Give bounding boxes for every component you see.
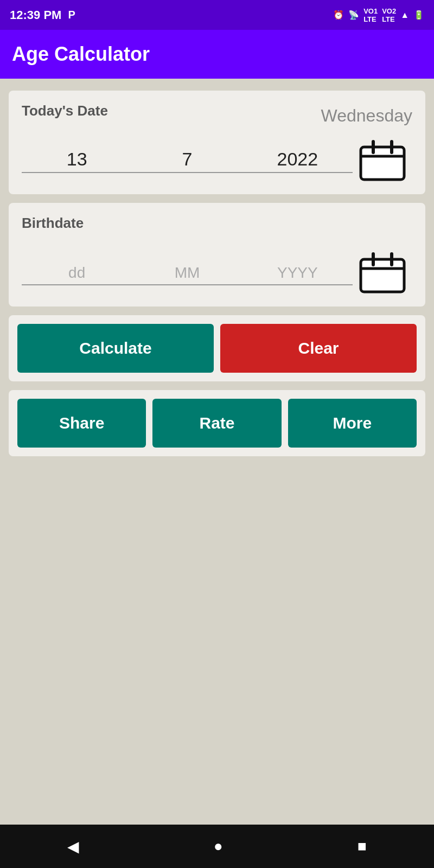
birth-year-field[interactable] xyxy=(242,261,353,285)
today-calendar-icon-wrap[interactable] xyxy=(353,139,412,182)
action-buttons-card: Calculate Clear xyxy=(9,315,425,381)
status-right: ⏰ 📡 VO1LTE VO2LTE ▲ 🔋 xyxy=(333,7,424,23)
home-button[interactable]: ● xyxy=(214,838,223,855)
status-left: 12:39 PM P xyxy=(10,8,75,22)
birth-calendar-icon[interactable] xyxy=(358,251,407,295)
birthdate-header: Birthdate xyxy=(22,215,412,241)
today-date-label: Today's Date xyxy=(22,103,108,119)
status-bar: 12:39 PM P ⏰ 📡 VO1LTE VO2LTE ▲ 🔋 xyxy=(0,0,434,30)
alarm-icon: ⏰ xyxy=(333,10,344,20)
svg-rect-4 xyxy=(361,259,404,292)
today-date-card: Today's Date Wednesday xyxy=(9,91,425,194)
share-button[interactable]: Share xyxy=(17,399,146,448)
battery-icon: 🔋 xyxy=(413,10,424,20)
birth-month-field[interactable] xyxy=(132,261,242,285)
svg-rect-0 xyxy=(361,147,404,180)
vol2-lte-icon: VO2LTE xyxy=(382,7,396,23)
back-button[interactable]: ◀ xyxy=(67,838,79,856)
status-p-icon: P xyxy=(68,9,75,21)
today-month-field[interactable] xyxy=(132,149,242,173)
clear-button[interactable]: Clear xyxy=(220,324,417,373)
status-time: 12:39 PM xyxy=(10,8,61,22)
main-content: Today's Date Wednesday xyxy=(0,79,434,825)
birth-calendar-icon-wrap[interactable] xyxy=(353,251,412,295)
birthdate-card: Birthdate xyxy=(9,203,425,307)
day-name: Wednesday xyxy=(108,106,412,126)
calculate-button[interactable]: Calculate xyxy=(17,324,214,373)
signal-icon: ▲ xyxy=(400,10,409,20)
birth-day-input[interactable] xyxy=(22,261,132,285)
rate-button[interactable]: Rate xyxy=(152,399,281,448)
birth-day-field[interactable] xyxy=(22,261,132,285)
today-year-input[interactable] xyxy=(242,149,353,173)
today-month-input[interactable] xyxy=(132,149,242,173)
today-year-field[interactable] xyxy=(242,149,353,173)
today-day-input[interactable] xyxy=(22,149,132,173)
bottom-nav: ◀ ● ■ xyxy=(0,825,434,868)
birthdate-label: Birthdate xyxy=(22,215,84,232)
vol1-lte-icon: VO1LTE xyxy=(363,7,378,23)
today-calendar-icon[interactable] xyxy=(358,139,407,182)
today-header: Today's Date Wednesday xyxy=(22,103,412,129)
birth-year-input[interactable] xyxy=(242,261,353,285)
more-button[interactable]: More xyxy=(288,399,417,448)
today-date-row xyxy=(22,139,412,182)
wifi-icon: 📡 xyxy=(348,10,359,20)
today-day-field[interactable] xyxy=(22,149,132,173)
app-bar: Age Calculator xyxy=(0,30,434,79)
share-card: Share Rate More xyxy=(9,390,425,456)
recent-button[interactable]: ■ xyxy=(358,838,367,855)
birthdate-row xyxy=(22,251,412,295)
birth-month-input[interactable] xyxy=(132,261,242,285)
app-title: Age Calculator xyxy=(12,43,150,66)
